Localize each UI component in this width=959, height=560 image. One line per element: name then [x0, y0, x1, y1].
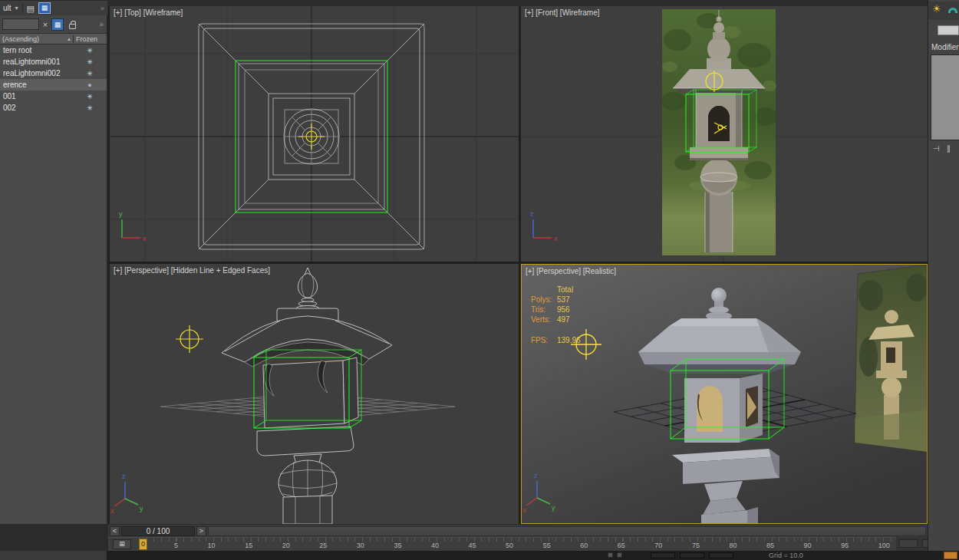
object-name-field[interactable]	[938, 25, 959, 35]
scene-row-label: 002	[0, 104, 73, 112]
status-bar: Grid = 10.0	[0, 551, 959, 560]
frozen-snowflake-icon[interactable]: ✳	[73, 104, 107, 112]
frozen-snowflake-icon[interactable]: ✳	[73, 58, 107, 66]
coordinate-z-field[interactable]	[709, 552, 733, 558]
mini-curve-editor-button[interactable]: ⊞	[113, 539, 131, 549]
svg-text:y: y	[119, 210, 123, 218]
viewport-hiddenline-label[interactable]: [+] [Perspective] [Hidden Line + Edged F…	[114, 266, 270, 275]
frame-number-ruler: 510 1520 2530 3540 4550 5560 6570 7580 8…	[174, 542, 890, 549]
viewport-perspective-realistic[interactable]: [+] [Perspective] [Realistic] Total Poly…	[521, 264, 928, 524]
show-end-result-icon[interactable]: ∥	[947, 144, 951, 153]
scene-row-label: tern root	[0, 46, 73, 54]
layer-dropdown[interactable]: ult	[3, 4, 12, 12]
viewport-hiddenline-canvas[interactable]: z x y	[110, 264, 519, 524]
lock-icon[interactable]	[69, 24, 76, 29]
scene-explorer-panel: y Edit Customize × ▦ » (Ascending) ▲ Fro…	[0, 0, 107, 524]
scene-row[interactable]: reaLightomni002 ✳	[0, 68, 107, 79]
sort-column-header[interactable]: (Ascending)	[0, 35, 65, 43]
grid-size-label: Grid = 10.0	[769, 552, 803, 559]
grid-toggle-button[interactable]: ▦	[38, 2, 51, 14]
viewport-front[interactable]: [+] [Front] [Wireframe]	[521, 6, 928, 262]
current-frame-marker[interactable]: 0	[139, 539, 147, 550]
svg-text:z: z	[122, 473, 126, 480]
viewport-front-canvas[interactable]: z x	[521, 6, 928, 262]
scene-row[interactable]: tern root ✳	[0, 44, 107, 56]
viewport-perspective-hiddenline[interactable]: [+] [Perspective] [Hidden Line + Edged F…	[110, 264, 519, 524]
frozen-column-header[interactable]: Frozen	[73, 35, 107, 43]
sort-ascending-icon[interactable]: ▲	[65, 37, 73, 41]
modifier-stack[interactable]	[931, 54, 959, 140]
viewport-top[interactable]: [+] [Top] [Wireframe]	[110, 6, 519, 262]
footer-overflow-icon[interactable]: »	[101, 5, 104, 12]
scene-row-label: reaLightomni002	[0, 69, 73, 77]
viewport-front-label[interactable]: [+] [Front] [Wireframe]	[525, 8, 600, 17]
scene-row-selected[interactable]: erence ●	[0, 79, 107, 91]
svg-text:y: y	[552, 504, 555, 512]
light-create-icon[interactable]: ☀	[932, 4, 941, 15]
selection-filter-button[interactable]: ▦	[51, 18, 64, 31]
toolbar-edge-strip	[108, 0, 928, 6]
3ds-max-window: y Edit Customize × ▦ » (Ascending) ▲ Fro…	[0, 0, 959, 560]
viewport-top-canvas[interactable]: y x	[110, 6, 519, 262]
track-bar[interactable]: ⊞ 0 510 1520 2530 3540 4550 5560 6570 75…	[108, 537, 896, 551]
highlighted-corner-button[interactable]	[944, 552, 957, 559]
pin-stack-icon[interactable]: ⊣	[933, 144, 940, 153]
explorer-column-header: (Ascending) ▲ Frozen	[0, 33, 107, 44]
viewport-statistics: Total Polys:537 Tris:956 Verts:497 FPS:1…	[531, 285, 581, 345]
stats-total-label: Total	[557, 285, 581, 295]
arc-icon[interactable]	[948, 8, 957, 13]
scene-row-label: erence	[0, 81, 73, 89]
coordinate-y-field[interactable]	[680, 552, 704, 558]
scene-row[interactable]: 001 ✳	[0, 91, 107, 102]
snap-icon[interactable]	[617, 552, 622, 558]
svg-text:x: x	[522, 506, 526, 514]
scene-row[interactable]: reaLightomni001 ✳	[0, 56, 107, 68]
command-panel: ☀ Modifier ⊣ ∥	[928, 0, 959, 551]
next-frame-button[interactable]: >	[196, 526, 206, 536]
scene-row-label: 001	[0, 92, 73, 100]
previous-frame-button[interactable]: <	[110, 526, 120, 536]
small-button[interactable]	[899, 539, 918, 548]
frozen-snowflake-icon[interactable]: ✳	[73, 70, 107, 77]
command-panel-tabs: ☀	[928, 2, 959, 20]
selection-lock-icon[interactable]	[608, 552, 613, 558]
maxscript-mini-listener[interactable]	[0, 551, 107, 560]
svg-text:z: z	[534, 472, 538, 479]
time-slider-track[interactable]	[208, 526, 926, 536]
frozen-snowflake-icon[interactable]: ✳	[73, 93, 107, 100]
viewport-top-label[interactable]: [+] [Top] [Wireframe]	[114, 8, 183, 17]
frozen-state-icon[interactable]: ●	[73, 81, 107, 89]
viewport-realistic-canvas[interactable]: z x y	[522, 265, 927, 523]
reference-photo	[661, 9, 776, 255]
modifier-list-label[interactable]: Modifier	[931, 43, 959, 51]
reference-photo-plane[interactable]	[855, 265, 927, 452]
viewport-area: [+] [Top] [Wireframe]	[108, 6, 928, 524]
time-slider-thumb[interactable]: 0 / 100	[121, 526, 195, 536]
explorer-empty-area[interactable]	[0, 114, 107, 524]
svg-text:x: x	[110, 507, 114, 515]
frozen-snowflake-icon[interactable]: ✳	[73, 47, 107, 54]
layers-icon[interactable]: ▤	[27, 5, 35, 12]
dropdown-arrow-icon[interactable]: ▾	[15, 5, 18, 12]
scene-row-label: reaLightomni001	[0, 58, 73, 66]
separator	[22, 4, 23, 13]
time-slider-row: < 0 / 100 >	[108, 524, 928, 537]
svg-text:y: y	[140, 505, 143, 512]
svg-text:x: x	[143, 235, 147, 242]
svg-text:z: z	[530, 210, 534, 218]
explorer-footer-toolbar: ult ▾ ▤ ▦ »	[0, 0, 107, 15]
scene-explorer-searchbar: × ▦ »	[0, 15, 107, 33]
overflow-chevrons-icon[interactable]: »	[99, 20, 104, 28]
svg-text:x: x	[554, 235, 558, 242]
coordinate-x-field[interactable]	[651, 552, 675, 558]
clear-search-icon[interactable]: ×	[41, 21, 49, 28]
scene-row[interactable]: 002 ✳	[0, 102, 107, 114]
search-input[interactable]	[2, 18, 39, 30]
viewport-realistic-label[interactable]: [+] [Perspective] [Realistic]	[526, 267, 616, 275]
